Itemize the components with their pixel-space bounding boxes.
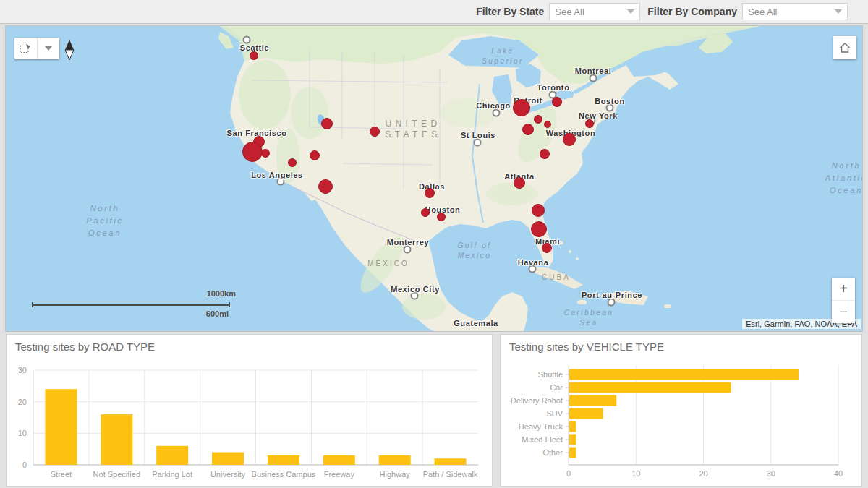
filter-by-state-label: Filter By State xyxy=(476,6,544,17)
bar-Path / Sidewalk[interactable] xyxy=(435,458,467,465)
site-marker[interactable] xyxy=(318,179,333,194)
site-marker[interactable] xyxy=(585,119,594,128)
category-label: Highway xyxy=(380,470,411,479)
bar-University[interactable] xyxy=(212,453,244,465)
map-overlay: UNITEDSTATESMÉXICOCUBALakeSuperiorNorthP… xyxy=(6,26,862,331)
chevron-down-icon[interactable] xyxy=(38,38,60,59)
site-marker[interactable] xyxy=(370,127,380,137)
filter-by-company-value: See All xyxy=(748,7,777,17)
category-label: Other xyxy=(542,448,563,457)
bar-Car[interactable] xyxy=(569,382,731,393)
city-dot xyxy=(493,109,501,117)
site-marker[interactable] xyxy=(532,204,545,217)
city-label: Montreal xyxy=(575,67,612,75)
scale-line xyxy=(32,302,230,307)
city-label: St Louis xyxy=(461,131,495,140)
site-marker[interactable] xyxy=(514,177,525,189)
zoom-in-button[interactable]: + xyxy=(832,278,855,301)
site-marker[interactable] xyxy=(531,221,547,237)
city-label: Havana xyxy=(518,258,549,267)
site-marker[interactable] xyxy=(513,99,530,116)
city-dot xyxy=(474,139,482,147)
city-dot xyxy=(608,299,616,307)
filter-by-company-label: Filter By Company xyxy=(647,6,737,17)
category-label: Delivery Robot xyxy=(511,396,563,405)
home-button[interactable] xyxy=(833,36,856,59)
select-tool-button[interactable] xyxy=(14,38,59,59)
category-label: Path / Sidewalk xyxy=(423,470,478,479)
site-marker[interactable] xyxy=(421,208,430,217)
bar-Mixed Fleet[interactable] xyxy=(569,435,576,445)
x-tick: 40 xyxy=(834,469,843,478)
site-marker[interactable] xyxy=(250,51,258,60)
category-label: Parking Lot xyxy=(152,470,192,479)
water-label: Gulf ofMexico xyxy=(458,241,492,261)
filter-by-company-group: Filter By Company See All xyxy=(647,3,848,20)
x-tick: 10 xyxy=(631,469,640,478)
water-label: LakeSuperior xyxy=(482,46,524,67)
site-marker[interactable] xyxy=(437,213,446,221)
category-label: Heavy Truck xyxy=(519,422,563,431)
chevron-down-icon xyxy=(835,9,842,14)
region-label: MÉXICO xyxy=(367,258,409,269)
filter-by-state-dropdown[interactable]: See All xyxy=(549,3,640,20)
site-marker[interactable] xyxy=(242,142,263,162)
city-label: Los Angeles xyxy=(251,171,303,179)
site-marker[interactable] xyxy=(310,150,320,160)
site-marker[interactable] xyxy=(540,149,550,159)
bar-Highway[interactable] xyxy=(379,455,411,465)
x-tick: 20 xyxy=(699,469,707,478)
category-label: Business Campus xyxy=(252,470,316,479)
bar-Business Campus[interactable] xyxy=(268,455,299,465)
city-dot xyxy=(404,246,412,254)
x-tick: 0 xyxy=(566,469,571,478)
water-label: CaribbeanSea xyxy=(564,308,614,328)
map-panel[interactable]: UNITEDSTATESMÉXICOCUBALakeSuperiorNorthP… xyxy=(6,26,862,331)
site-marker[interactable] xyxy=(552,97,562,107)
bar-Heavy Truck[interactable] xyxy=(569,421,576,432)
bar-Street[interactable] xyxy=(45,389,77,465)
site-marker[interactable] xyxy=(563,133,576,146)
filter-by-state-group: Filter By State See All xyxy=(476,3,640,20)
compass-icon[interactable] xyxy=(64,39,75,64)
site-marker[interactable] xyxy=(544,121,551,128)
zoom-out-button[interactable]: − xyxy=(832,301,855,323)
select-features-icon[interactable] xyxy=(14,38,38,59)
home-icon xyxy=(838,41,851,54)
category-label: SUV xyxy=(546,409,563,418)
category-label: Not Specified xyxy=(93,470,140,479)
site-marker[interactable] xyxy=(534,115,542,124)
zoom-controls: + − xyxy=(832,278,855,323)
site-marker[interactable] xyxy=(542,243,552,253)
road-type-chart-panel: Testing sites by ROAD TYPE 0102030Street… xyxy=(6,334,493,487)
site-marker[interactable] xyxy=(522,124,534,135)
chevron-down-icon xyxy=(627,9,634,14)
vehicle-type-chart-title: Testing sites by VEHICLE TYPE xyxy=(509,341,664,353)
site-marker[interactable] xyxy=(261,149,270,158)
bar-Freeway[interactable] xyxy=(323,455,355,465)
y-tick: 20 xyxy=(18,398,27,406)
site-marker[interactable] xyxy=(425,188,435,198)
region-label: UNITEDSTATES xyxy=(385,119,441,140)
city-label: Toronto xyxy=(537,83,570,92)
city-label: Guatemala xyxy=(454,319,498,328)
bar-Other[interactable] xyxy=(569,448,576,458)
category-label: Car xyxy=(550,383,563,392)
road-type-chart: 0102030StreetNot SpecifiedParking LotUni… xyxy=(7,335,492,486)
site-marker[interactable] xyxy=(288,158,297,167)
bar-SUV[interactable] xyxy=(569,408,603,419)
bar-Shuttle[interactable] xyxy=(569,369,799,380)
dashboard: Filter By State See All Filter By Compan… xyxy=(0,0,868,488)
category-label: University xyxy=(210,470,246,479)
city-label: New York xyxy=(579,111,618,120)
bar-Parking Lot[interactable] xyxy=(156,446,188,465)
filter-by-company-dropdown[interactable]: See All xyxy=(742,3,848,20)
bar-Not Specified[interactable] xyxy=(101,414,132,465)
filter-by-state-value: See All xyxy=(555,7,584,17)
water-label: NorthPacificOcean xyxy=(86,202,124,239)
site-marker[interactable] xyxy=(321,118,333,129)
scale-km-label: 1000km xyxy=(207,289,236,298)
bar-Delivery Robot[interactable] xyxy=(569,395,616,406)
city-label: Monterrey xyxy=(387,238,430,247)
city-label: Mexico City xyxy=(391,285,440,294)
